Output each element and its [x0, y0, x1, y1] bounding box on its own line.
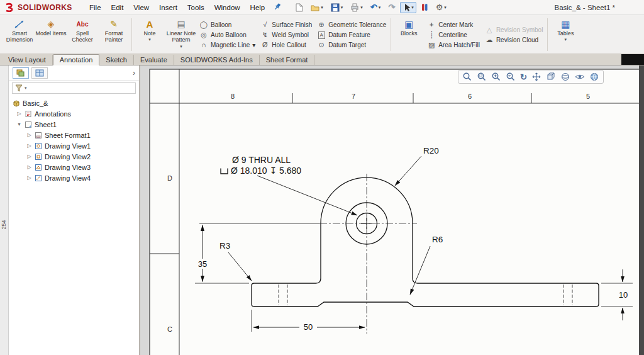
format-painter-button[interactable]: ✎ Format Painter [98, 16, 130, 53]
tab-view-layout[interactable]: View Layout [2, 55, 53, 65]
property-manager-tab[interactable] [31, 67, 48, 79]
view-settings-button[interactable] [589, 72, 599, 82]
dimension-50-text[interactable]: 50 [304, 322, 313, 332]
tree-item-drawing-view1[interactable]: ▷ Drawing View1 [9, 140, 139, 151]
note-button[interactable]: A Note ▾ [134, 16, 165, 53]
rotate-view-button[interactable]: ↻ [520, 72, 527, 82]
display-toggle-button[interactable] [419, 2, 431, 13]
menu-window[interactable]: Window [209, 4, 245, 11]
centerline-button[interactable]: ┊ Centerline [426, 30, 481, 40]
linear-note-pattern-dropdown-arrow-icon[interactable]: ▾ [180, 44, 182, 49]
tree-item-sheet1[interactable]: ▾ Sheet1 [9, 119, 139, 130]
surface-finish-button[interactable]: √ Surface Finish [259, 20, 313, 30]
smart-dimension-button[interactable]: Smart Dimension [4, 16, 35, 53]
tree-item-annotations[interactable]: ▷ Annotations [9, 108, 139, 119]
spell-checker-button[interactable]: Abc Spell Checker [67, 16, 98, 53]
options-dropdown-arrow-icon[interactable]: ▾ [444, 5, 447, 10]
menu-edit[interactable]: Edit [106, 4, 129, 11]
tab-sheet-format[interactable]: Sheet Format [260, 55, 315, 65]
dimension-35-text[interactable]: 35 [198, 259, 207, 269]
view-orientation-button[interactable] [546, 72, 556, 82]
hole-callout-button[interactable]: Ø Hole Callout [259, 40, 313, 50]
tab-sketch[interactable]: Sketch [99, 55, 134, 65]
magnetic-line-button[interactable]: ∩ Magnetic Line ▾ [198, 40, 257, 50]
display-style-button[interactable] [560, 72, 570, 82]
tables-button[interactable]: ▦ Tables ▾ [550, 16, 581, 53]
weld-symbol-button[interactable]: ↯ Weld Symbol [259, 30, 313, 40]
balloon-button[interactable]: ◯ Balloon [198, 20, 257, 30]
task-pane-edge[interactable] [639, 65, 644, 355]
tab-annotation[interactable]: Annotation [53, 54, 100, 65]
hide-show-items-button[interactable] [575, 73, 585, 81]
magnetic-line-dropdown-arrow-icon[interactable]: ▾ [252, 42, 255, 48]
menu-help[interactable]: Help [245, 4, 270, 11]
tables-dropdown-arrow-icon[interactable]: ▾ [565, 37, 567, 42]
save-dropdown-arrow-icon[interactable]: ▾ [341, 5, 343, 10]
feature-manager-tree-tab[interactable] [13, 67, 29, 79]
menu-insert[interactable]: Insert [154, 4, 182, 11]
undo-dropdown-arrow-icon[interactable]: ▾ [379, 5, 381, 10]
pan-button[interactable] [531, 72, 541, 82]
select-dropdown-arrow-icon[interactable]: ▾ [411, 5, 414, 10]
geometric-tolerance-button[interactable]: ⊕ Geometric Tolerance [316, 20, 387, 30]
tab-solidworks-add-ins[interactable]: SOLIDWORKS Add-Ins [174, 55, 260, 65]
menu-file[interactable]: File [84, 4, 106, 11]
geometric-tolerance-label: Geometric Tolerance [328, 21, 386, 28]
hole-callout-line1[interactable]: Ø 9 THRU ALL [232, 155, 291, 165]
save-button[interactable]: ▾ [328, 2, 346, 13]
auto-balloon-button[interactable]: ◎ Auto Balloon [198, 30, 257, 40]
collapse-arrow-icon[interactable]: ▾ [16, 121, 22, 127]
radius-r20-text[interactable]: R20 [423, 146, 439, 155]
linear-note-pattern-button[interactable]: ▤ Linear Note Pattern ▾ [165, 16, 197, 53]
magnetic-line-label: Magnetic Line [211, 42, 250, 48]
expand-arrow-icon[interactable]: ▷ [26, 164, 32, 170]
tab-evaluate[interactable]: Evaluate [134, 55, 174, 65]
pin-menu-button[interactable] [274, 3, 282, 13]
drawing-sheet-canvas[interactable]: 8 7 6 5 D C [140, 65, 643, 355]
tree-item-drawing-view3[interactable]: ▷ Drawing View3 [9, 162, 139, 172]
datum-target-button[interactable]: ⊙ Datum Target [316, 40, 387, 50]
panel-expand-chevron-icon[interactable]: › [133, 69, 135, 77]
zoom-to-fit-button[interactable] [462, 72, 472, 82]
radius-r6-text[interactable]: R6 [432, 235, 443, 244]
expand-arrow-icon[interactable]: ▷ [26, 132, 32, 138]
undo-button[interactable]: ↶ ▾ [368, 1, 383, 13]
blocks-button[interactable]: ▣ Blocks [393, 16, 425, 53]
select-tool-button[interactable]: ▾ [400, 2, 416, 13]
dimension-10-text[interactable]: 10 [619, 290, 628, 300]
filter-funnel-icon [15, 84, 23, 92]
menu-tools[interactable]: Tools [182, 4, 209, 11]
model-items-button[interactable]: ◈ Model Items [35, 16, 67, 53]
expand-arrow-icon[interactable]: ▷ [16, 111, 22, 116]
tree-item-drawing-view2[interactable]: ▷ Drawing View2 [9, 151, 139, 162]
expand-arrow-icon[interactable]: ▷ [26, 143, 32, 149]
expand-arrow-icon[interactable]: ▷ [26, 154, 32, 159]
area-hatch-button[interactable]: ▨ Area Hatch/Fill [426, 40, 481, 50]
options-button[interactable]: ⚙ ▾ [433, 1, 449, 13]
filter-dropdown-arrow-icon[interactable]: ▾ [25, 86, 27, 91]
open-document-button[interactable]: ▾ [308, 2, 326, 13]
tree-filter-field[interactable]: ▾ [12, 82, 136, 94]
note-dropdown-arrow-icon[interactable]: ▾ [148, 37, 151, 42]
zoom-in-out-button[interactable] [491, 72, 501, 82]
tree-item-drawing-view4[interactable]: ▷ Drawing View4 [9, 172, 139, 183]
open-dropdown-arrow-icon[interactable]: ▾ [321, 5, 323, 10]
menu-view[interactable]: View [128, 4, 154, 11]
redo-button[interactable]: ↷ [386, 1, 397, 13]
radius-r3-text[interactable]: R3 [219, 241, 230, 251]
tree-root-item[interactable]: Basic_& [9, 98, 139, 108]
print-dropdown-arrow-icon[interactable]: ▾ [360, 5, 363, 10]
expand-arrow-icon[interactable]: ▷ [26, 175, 32, 181]
hole-callout[interactable]: Ø 9 THRU ALL Ø 18.010 ↧ 5.680 [221, 155, 301, 176]
graphics-area[interactable]: 8 7 6 5 D C [140, 65, 644, 355]
new-document-button[interactable] [293, 2, 306, 13]
hole-callout-line2[interactable]: Ø 18.010 ↧ 5.680 [231, 166, 301, 176]
datum-feature-button[interactable]: A Datum Feature [316, 30, 387, 40]
tree-item-sheet-format1[interactable]: ▷ Sheet Format1 [9, 130, 139, 140]
print-button[interactable]: ▾ [348, 2, 365, 13]
zoom-to-area-button[interactable] [477, 72, 487, 82]
centerline-column: + Center Mark ┊ Centerline ▨ Area Hatch/… [425, 16, 482, 53]
previous-view-button[interactable] [506, 72, 516, 82]
center-mark-button[interactable]: + Center Mark [426, 20, 481, 30]
revision-cloud-button[interactable]: ☁ Revision Cloud [484, 35, 544, 45]
